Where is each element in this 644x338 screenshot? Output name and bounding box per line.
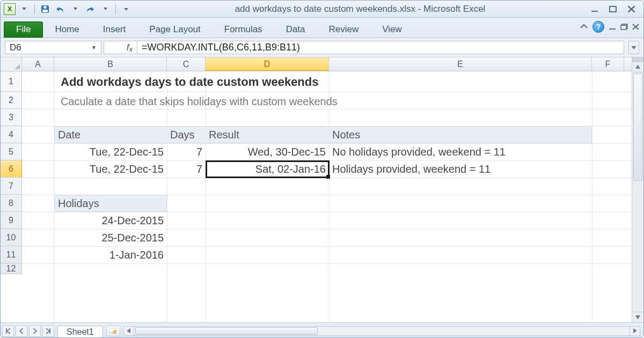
prev-sheet-icon[interactable]: [16, 325, 27, 337]
cell-date[interactable]: Tue, 22-Dec-15: [54, 143, 167, 160]
name-box[interactable]: D6 ▼: [5, 41, 101, 54]
excel-logo-icon: X: [4, 3, 16, 15]
maximize-icon[interactable]: [606, 4, 620, 14]
row-header[interactable]: 12: [1, 263, 22, 274]
row-header[interactable]: 7: [1, 178, 22, 195]
row-header[interactable]: 2: [1, 92, 22, 109]
save-icon[interactable]: [39, 3, 52, 15]
formula-bar: D6 ▼ fx =WORKDAY.INTL(B6,C6,11,B9:B11): [1, 38, 643, 57]
title-bar: X add workdays to date custom weekends.x…: [1, 1, 643, 18]
dropdown-icon[interactable]: [69, 3, 82, 15]
column-headers: A B C D E F: [22, 57, 632, 71]
row-header[interactable]: 11: [1, 246, 22, 263]
window-restore-icon[interactable]: [620, 24, 628, 30]
ribbon-minimize-icon[interactable]: [580, 23, 588, 31]
cell-days[interactable]: 7: [167, 160, 206, 178]
minimize-icon[interactable]: [588, 4, 602, 14]
page-subtitle: Caculate a date that skips holidays with…: [57, 93, 341, 110]
tab-view[interactable]: View: [370, 21, 414, 38]
cell-date[interactable]: Tue, 22-Dec-15: [54, 160, 167, 178]
scroll-thumb[interactable]: [633, 74, 642, 181]
sheet-nav: Sheet1: [1, 323, 120, 338]
split-handle[interactable]: [632, 57, 643, 62]
tab-review[interactable]: Review: [317, 21, 371, 38]
first-sheet-icon[interactable]: [2, 325, 14, 337]
file-tab[interactable]: File: [4, 21, 43, 38]
scroll-left-icon[interactable]: [123, 326, 134, 336]
holidays-header: Holidays: [54, 195, 167, 212]
dropdown-icon[interactable]: [99, 3, 112, 15]
scroll-track[interactable]: [632, 72, 643, 312]
col-header[interactable]: F: [592, 57, 624, 71]
row-header[interactable]: 3: [1, 109, 22, 126]
cell-holiday[interactable]: 24-Dec-2015: [54, 212, 167, 229]
window-minimize-icon[interactable]: [609, 24, 616, 30]
last-sheet-icon[interactable]: [42, 325, 54, 337]
next-sheet-icon[interactable]: [29, 325, 41, 337]
status-bar: Sheet1: [1, 322, 643, 338]
redo-icon[interactable]: [84, 3, 97, 15]
tab-data[interactable]: Data: [274, 21, 317, 38]
row-header[interactable]: 8: [1, 195, 22, 212]
scroll-right-icon[interactable]: [630, 326, 640, 336]
grid[interactable]: Add workdays days to date custom weekend…: [22, 71, 632, 322]
page-title: Add workdays days to date custom weekend…: [57, 74, 321, 91]
row-header[interactable]: 1: [1, 71, 22, 92]
active-cell[interactable]: [206, 160, 330, 178]
qat-customize-icon[interactable]: [120, 3, 133, 15]
row-header[interactable]: 5: [1, 143, 22, 160]
cell-days[interactable]: 7: [167, 143, 206, 160]
row-header[interactable]: 9: [1, 212, 22, 229]
svg-rect-5: [609, 28, 616, 30]
table-header: Notes: [329, 126, 592, 143]
table-header: Result: [206, 126, 329, 143]
cell-result[interactable]: Wed, 30-Dec-15: [206, 143, 329, 160]
new-sheet-icon[interactable]: [106, 326, 120, 336]
col-header[interactable]: A: [22, 57, 54, 71]
close-icon[interactable]: [624, 4, 638, 14]
cell-notes[interactable]: No holidays provided, weekend = 11: [329, 143, 592, 160]
tab-home[interactable]: Home: [43, 21, 91, 38]
formula-input[interactable]: =WORKDAY.INTL(B6,C6,11,B9:B11): [137, 41, 624, 54]
formula-expand-icon[interactable]: [628, 41, 639, 54]
tab-insert[interactable]: Insert: [91, 21, 138, 38]
col-header[interactable]: C: [167, 57, 206, 71]
ribbon: File Home Insert Page Layout Formulas Da…: [1, 18, 643, 38]
svg-rect-4: [610, 6, 616, 12]
worksheet: 1 2 3 4 5 6 7 8 9 10 11 12 A B C D E F: [1, 57, 643, 322]
horizontal-scrollbar[interactable]: [123, 326, 640, 336]
col-header[interactable]: E: [329, 57, 592, 71]
table-header: Date: [54, 126, 167, 143]
vertical-scrollbar[interactable]: [632, 57, 643, 322]
scroll-thumb[interactable]: [135, 327, 318, 335]
help-icon[interactable]: ?: [592, 21, 604, 33]
svg-rect-2: [43, 6, 47, 9]
dropdown-icon[interactable]: [18, 3, 31, 15]
col-header[interactable]: D: [206, 57, 329, 71]
select-all-corner[interactable]: [1, 57, 22, 71]
table-header: Days: [167, 126, 206, 143]
svg-rect-3: [591, 11, 598, 12]
cell-holiday[interactable]: 1-Jan-2016: [54, 246, 167, 263]
window-close-icon[interactable]: [632, 24, 639, 30]
row-header[interactable]: 6: [1, 160, 22, 178]
tab-page-layout[interactable]: Page Layout: [137, 21, 212, 38]
scroll-up-icon[interactable]: [632, 62, 643, 72]
undo-icon[interactable]: [54, 3, 67, 15]
chevron-down-icon[interactable]: ▼: [91, 45, 97, 50]
svg-point-9: [113, 330, 116, 334]
row-headers: 1 2 3 4 5 6 7 8 9 10 11 12: [1, 71, 22, 274]
separator: [34, 4, 35, 14]
sheet-tab[interactable]: Sheet1: [57, 326, 103, 339]
scroll-down-icon[interactable]: [632, 312, 643, 322]
row-header[interactable]: 4: [1, 126, 22, 143]
tab-formulas[interactable]: Formulas: [213, 21, 274, 38]
separator: [115, 4, 116, 14]
scroll-track[interactable]: [134, 326, 630, 336]
col-header[interactable]: B: [54, 57, 167, 71]
fx-label[interactable]: fx: [104, 41, 137, 54]
row-header[interactable]: 10: [1, 229, 22, 246]
cell-notes[interactable]: Holidays provided, weekend = 11: [329, 160, 592, 178]
cell-holiday[interactable]: 25-Dec-2015: [54, 229, 167, 246]
window-title: add workdays to date custom weekends.xls…: [133, 4, 588, 14]
